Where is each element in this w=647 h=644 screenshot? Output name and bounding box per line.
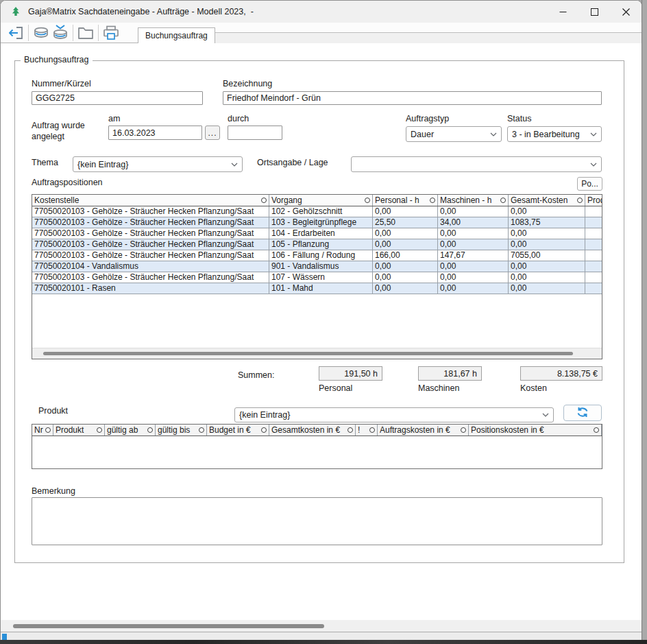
- table-cell[interactable]: 7055,00: [509, 250, 585, 261]
- table-cell[interactable]: 0,00: [438, 261, 509, 272]
- sort-indicator-icon[interactable]: [261, 427, 267, 433]
- status-select[interactable]: 3 - in Bearbeitung: [507, 126, 602, 142]
- sort-indicator-icon[interactable]: [261, 198, 267, 203]
- table-cell[interactable]: 102 - Gehölzschnitt: [269, 206, 373, 217]
- table-cell[interactable]: [585, 272, 603, 283]
- column-header[interactable]: Nr: [32, 425, 53, 436]
- sort-indicator-icon[interactable]: [199, 427, 204, 433]
- sort-indicator-icon[interactable]: [461, 427, 466, 433]
- print-icon[interactable]: [101, 24, 121, 42]
- refresh-button[interactable]: [563, 405, 602, 421]
- column-header[interactable]: Budget in €: [207, 425, 269, 436]
- produkt-select[interactable]: {kein Eintrag}: [234, 407, 554, 422]
- table-cell[interactable]: [585, 217, 603, 228]
- sort-indicator-icon[interactable]: [369, 427, 375, 433]
- folder-open-icon[interactable]: [76, 24, 95, 42]
- table-cell[interactable]: [585, 283, 603, 294]
- table-cell[interactable]: 0,00: [373, 206, 438, 217]
- table-cell[interactable]: 0,00: [373, 239, 438, 250]
- bemerkung-textarea[interactable]: [32, 497, 602, 545]
- table-cell[interactable]: 77050020101 - Rasen: [32, 283, 269, 294]
- column-header[interactable]: Gesamtkosten in €: [269, 425, 356, 436]
- column-header[interactable]: Produkt: [53, 425, 105, 436]
- ortsangabe-select[interactable]: [351, 156, 602, 172]
- column-header[interactable]: Auftragskosten in €: [378, 425, 469, 436]
- nummer-input[interactable]: [32, 91, 203, 105]
- table-cell[interactable]: 0,00: [373, 283, 438, 294]
- column-header[interactable]: Maschinen - h: [438, 195, 509, 206]
- database-commit-icon[interactable]: [51, 24, 70, 42]
- table-cell[interactable]: [585, 239, 603, 250]
- thema-select[interactable]: {kein Eintrag}: [73, 156, 243, 172]
- tab-buchungsauftrag[interactable]: Buchungsauftrag: [138, 27, 215, 43]
- sort-indicator-icon[interactable]: [577, 198, 583, 203]
- date-picker-button[interactable]: ...: [205, 126, 220, 140]
- table-cell[interactable]: 0,00: [438, 239, 509, 250]
- table-cell[interactable]: 0,00: [438, 206, 509, 217]
- po-button[interactable]: Po...: [577, 177, 602, 191]
- minimize-button[interactable]: [547, 1, 578, 23]
- column-header[interactable]: Gesamt-Kosten: [509, 195, 585, 206]
- window-horizontal-scrollbar[interactable]: [1, 620, 642, 632]
- table-cell[interactable]: 0,00: [373, 272, 438, 283]
- column-header[interactable]: Vorgang: [269, 195, 373, 206]
- table-cell[interactable]: 0,00: [509, 283, 585, 294]
- table-cell[interactable]: [585, 206, 603, 217]
- table-cell[interactable]: 1083,75: [509, 217, 585, 228]
- table-cell[interactable]: 0,00: [509, 206, 585, 217]
- maximize-button[interactable]: [578, 1, 610, 23]
- bezeichnung-input[interactable]: [223, 91, 602, 105]
- table-cell[interactable]: 77050020103 - Gehölze - Sträucher Hecken…: [32, 206, 269, 217]
- table-cell[interactable]: 77050020103 - Gehölze - Sträucher Hecken…: [32, 228, 269, 239]
- table-cell[interactable]: 103 - Begleitgrünpflege: [269, 217, 373, 228]
- column-header[interactable]: gültig ab: [105, 425, 156, 436]
- table-row[interactable]: 77050020103 - Gehölze - Sträucher Hecken…: [32, 206, 602, 217]
- table-row[interactable]: 77050020103 - Gehölze - Sträucher Hecken…: [32, 217, 602, 228]
- table-cell[interactable]: 77050020104 - Vandalismus: [32, 261, 269, 272]
- sort-indicator-icon[interactable]: [97, 427, 102, 433]
- table-row[interactable]: 77050020103 - Gehölze - Sträucher Hecken…: [32, 239, 602, 250]
- column-header[interactable]: gültig bis: [156, 425, 207, 436]
- table-row[interactable]: 77050020104 - Vandalismus901 - Vandalism…: [32, 261, 602, 272]
- table-cell[interactable]: 147,67: [438, 250, 509, 261]
- table-cell[interactable]: 901 - Vandalismus: [269, 261, 373, 272]
- sort-indicator-icon[interactable]: [430, 198, 435, 203]
- table-cell[interactable]: 77050020103 - Gehölze - Sträucher Hecken…: [32, 272, 269, 283]
- close-button[interactable]: [610, 1, 642, 23]
- am-date-input[interactable]: [108, 126, 202, 140]
- table-row[interactable]: 77050020103 - Gehölze - Sträucher Hecken…: [32, 272, 602, 283]
- table-cell[interactable]: 0,00: [438, 283, 509, 294]
- sort-indicator-icon[interactable]: [594, 427, 599, 433]
- column-header[interactable]: !: [356, 425, 378, 436]
- table-cell[interactable]: 34,00: [438, 217, 509, 228]
- table-cell[interactable]: 101 - Mahd: [269, 283, 373, 294]
- sort-indicator-icon[interactable]: [147, 427, 153, 433]
- table-cell[interactable]: 77050020103 - Gehölze - Sträucher Hecken…: [32, 217, 269, 228]
- table-cell[interactable]: 0,00: [509, 261, 585, 272]
- column-header[interactable]: Personal - h: [373, 195, 438, 206]
- table-cell[interactable]: 25,50: [373, 217, 438, 228]
- table-cell[interactable]: [585, 261, 603, 272]
- table-cell[interactable]: 0,00: [373, 228, 438, 239]
- table-cell[interactable]: [585, 228, 603, 239]
- table-cell[interactable]: 0,00: [509, 239, 585, 250]
- table-cell[interactable]: 0,00: [438, 272, 509, 283]
- sort-indicator-icon[interactable]: [365, 198, 370, 203]
- durch-input[interactable]: [228, 126, 282, 140]
- sort-indicator-icon[interactable]: [45, 427, 51, 433]
- column-header[interactable]: Kostenstelle: [32, 195, 269, 206]
- column-header[interactable]: Positionskosten in €: [469, 425, 602, 436]
- table-cell[interactable]: 104 - Erdarbeiten: [269, 228, 373, 239]
- table-cell[interactable]: 77050020103 - Gehölze - Sträucher Hecken…: [32, 250, 269, 261]
- table-cell[interactable]: 106 - Fällung / Rodung: [269, 250, 373, 261]
- sort-indicator-icon[interactable]: [500, 198, 506, 203]
- table-cell[interactable]: 107 - Wässern: [269, 272, 373, 283]
- database-save-icon[interactable]: [32, 24, 51, 42]
- auftragstyp-select[interactable]: Dauer: [406, 126, 502, 142]
- table-cell[interactable]: 0,00: [373, 261, 438, 272]
- sort-indicator-icon[interactable]: [347, 427, 353, 433]
- positions-horizontal-scrollbar[interactable]: [32, 348, 602, 359]
- table-cell[interactable]: 166,00: [373, 250, 438, 261]
- table-cell[interactable]: 0,00: [509, 228, 585, 239]
- table-cell[interactable]: 105 - Pflanzung: [269, 239, 373, 250]
